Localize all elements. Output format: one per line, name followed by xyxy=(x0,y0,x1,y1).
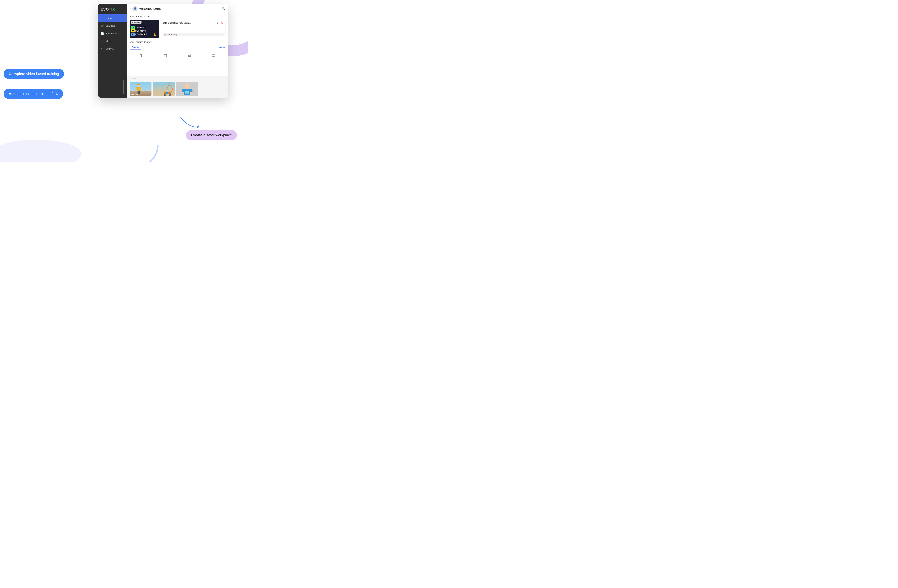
view-all-link-top[interactable]: View all xyxy=(218,46,225,49)
back-button[interactable]: ‹ xyxy=(130,7,131,10)
monitor-small-icon: 🖥 xyxy=(132,21,134,23)
svg-point-29 xyxy=(137,84,140,85)
svg-rect-10 xyxy=(165,54,166,54)
svg-marker-51 xyxy=(197,125,200,128)
arrow-decoration xyxy=(179,114,201,133)
bottom-header: View all xyxy=(130,78,226,80)
svg-point-2 xyxy=(114,123,158,162)
svg-rect-8 xyxy=(165,55,166,57)
content-card-3[interactable] xyxy=(176,81,198,96)
content-header: ‹ 👤 Welcome, Katrin 🔍 xyxy=(127,4,228,13)
sop-letter-s: S xyxy=(131,26,135,29)
svg-point-37 xyxy=(165,94,166,95)
main-wrapper: EVOTIX ⌂ Home 🎓 Learning 📄 Resources ☰ xyxy=(0,0,248,162)
tabs-row: Awards View all xyxy=(130,45,226,50)
due-badge: ⏰ Due in 1 day xyxy=(163,33,224,36)
bottom-section: View all xyxy=(127,76,228,98)
sidebar-nav: ⌂ Home 🎓 Learning 📄 Resources ☰ More ↩ xyxy=(98,14,127,80)
graduation-icon: 🎓 xyxy=(101,24,104,28)
trash-icon xyxy=(164,54,168,58)
mission-card: 🖥 Mission S TANDARD O xyxy=(130,20,226,38)
tab-awards[interactable]: Awards xyxy=(130,45,141,50)
svg-rect-7 xyxy=(141,57,143,57)
sidebar-item-logout-label: Log out xyxy=(106,47,114,50)
sidebar-item-more[interactable]: ☰ More xyxy=(98,37,127,45)
sop-letter-o: O xyxy=(131,29,135,32)
bookmark-button[interactable]: 🔖 xyxy=(220,21,224,25)
info-button[interactable]: ℹ xyxy=(215,21,220,25)
card-image-equipment xyxy=(153,81,175,96)
svg-rect-18 xyxy=(213,57,214,57)
svg-rect-3 xyxy=(141,54,142,56)
arrow-svg xyxy=(179,114,201,132)
svg-rect-16 xyxy=(212,54,215,57)
mission-section-title: Your Current Mission xyxy=(130,15,226,18)
mission-thumbnail: 🖥 Mission S TANDARD O xyxy=(130,20,159,38)
svg-rect-28 xyxy=(139,91,140,94)
monitor-icon xyxy=(212,54,215,58)
mission-info: ℹ 🔖 Safe Operating Procedures ⏰ Due in 1… xyxy=(161,20,225,38)
sidebar-item-more-label: More xyxy=(106,40,111,42)
sidebar-item-home[interactable]: ⌂ Home xyxy=(98,14,127,22)
factory-icon xyxy=(188,54,192,58)
mission-badge: 🖥 Mission xyxy=(131,21,141,23)
callout-complete-rest: video-based training xyxy=(25,72,59,76)
svg-point-1 xyxy=(0,140,81,162)
mission-badge-label: Mission xyxy=(134,21,140,23)
mission-title: Safe Operating Procedures xyxy=(163,22,224,24)
content-card-2[interactable] xyxy=(153,81,175,96)
sidebar-item-logout[interactable]: ↩ Log out xyxy=(98,45,127,52)
callout-access-bold: Access xyxy=(9,92,22,96)
svg-rect-41 xyxy=(164,91,171,91)
due-label: Due in 1 day xyxy=(167,34,177,35)
document-icon: 📄 xyxy=(101,32,104,35)
sidebar-item-resources-label: Resources xyxy=(106,32,117,35)
journey-header: Your Learning Journey xyxy=(130,41,226,43)
svg-rect-14 xyxy=(189,56,189,57)
svg-rect-13 xyxy=(190,54,191,55)
home-icon: ⌂ xyxy=(101,17,104,20)
equipment-svg xyxy=(153,81,175,96)
callout-access-rest: information in-the-flow xyxy=(22,92,58,96)
svg-point-50 xyxy=(190,92,192,93)
sop-row-s: S TANDARD xyxy=(131,26,157,29)
svg-rect-9 xyxy=(165,54,167,55)
content-card-1[interactable]: Safe Use xyxy=(130,81,151,96)
journey-section-title: Your Learning Journey xyxy=(130,41,151,43)
svg-rect-27 xyxy=(137,91,139,94)
svg-point-38 xyxy=(169,94,170,95)
content-body: Your Current Mission 🖥 Mission xyxy=(127,13,228,76)
sidebar-item-home-label: Home xyxy=(106,17,112,20)
svg-rect-26 xyxy=(140,87,141,90)
svg-rect-17 xyxy=(213,57,214,57)
trophy-icon xyxy=(140,54,144,58)
hand-icon: ✋ xyxy=(153,33,157,37)
sop-row-o: O PERATiNG xyxy=(131,29,157,32)
hamburger-icon: ☰ xyxy=(101,39,104,43)
sidebar: EVOTIX ⌂ Home 🎓 Learning 📄 Resources ☰ xyxy=(98,4,127,98)
sop-word-perating: PERATiNG xyxy=(135,30,146,32)
svg-rect-15 xyxy=(189,56,190,57)
callout-create-rest: a safer workplace xyxy=(203,133,232,137)
card-image-person xyxy=(176,81,198,96)
view-all-link-bottom[interactable]: View all xyxy=(130,78,137,80)
svg-rect-12 xyxy=(188,55,189,55)
avatar: 👤 xyxy=(132,6,137,11)
sidebar-item-learning[interactable]: 🎓 Learning xyxy=(98,22,127,29)
search-icon[interactable]: 🔍 xyxy=(222,7,226,11)
sop-letter-p: P xyxy=(131,33,135,36)
svg-rect-46 xyxy=(185,91,189,94)
sidebar-item-learning-label: Learning xyxy=(106,25,115,27)
sop-word-tandard: TANDARD xyxy=(135,26,146,28)
svg-rect-25 xyxy=(136,87,138,89)
icons-row xyxy=(130,52,226,59)
clock-icon: ⏰ xyxy=(164,34,166,35)
mission-actions: ℹ 🔖 xyxy=(215,21,224,25)
callout-complete-bold: Complete xyxy=(9,72,25,76)
sop-word-rocedure: ROCEDURE xyxy=(135,33,147,35)
svg-rect-6 xyxy=(141,56,142,57)
page-title: Welcome, Katrin xyxy=(139,7,220,10)
sidebar-item-resources[interactable]: 📄 Resources xyxy=(98,29,127,37)
svg-point-49 xyxy=(182,92,184,93)
svg-point-43 xyxy=(185,83,189,89)
